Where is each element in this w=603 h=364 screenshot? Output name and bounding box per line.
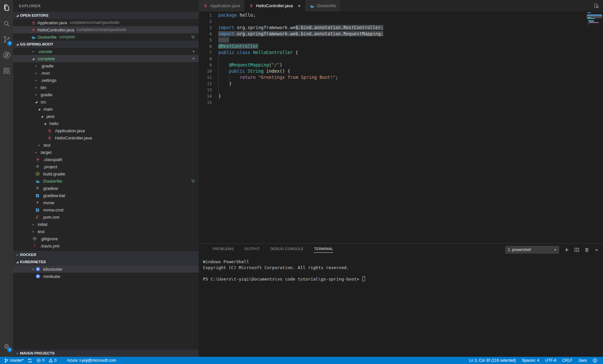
- tree-item-target[interactable]: ▸target: [13, 149, 199, 156]
- tree-item-gradlew[interactable]: gradlew: [13, 185, 199, 192]
- tree-item--mvn[interactable]: ▸.mvn: [13, 69, 199, 77]
- tree-item-src[interactable]: ◢src: [13, 98, 199, 105]
- open-editor-item-application-java[interactable]: Application.javacomplete\src\main\java\h…: [13, 19, 199, 26]
- file-label: mvnw.cmd: [43, 208, 63, 212]
- status-encoding[interactable]: UTF-8: [542, 357, 559, 364]
- minimap-code-bar: [589, 22, 599, 23]
- activity-item-search[interactable]: [0, 16, 13, 31]
- tree-item--vscode[interactable]: ▸.vscode●: [13, 48, 199, 55]
- new-terminal-button[interactable]: [564, 247, 569, 252]
- code-text: package hello;: [218, 12, 256, 18]
- tree-item--project[interactable]: .project: [13, 163, 199, 170]
- status-eol[interactable]: CRLF: [559, 357, 575, 364]
- tree-item--classpath[interactable]: .classpath: [13, 156, 199, 163]
- status-sync[interactable]: [26, 357, 34, 364]
- folder-label: hello: [49, 121, 58, 126]
- tree-item--travis-yml[interactable]: .travis.yml: [13, 242, 199, 249]
- section-header-docker[interactable]: ▸DOCKER: [13, 251, 199, 258]
- tree-item-java[interactable]: ◢java: [13, 113, 199, 120]
- tree-item-build-gradle[interactable]: build.gradle: [13, 170, 199, 177]
- java-file-icon: [47, 128, 52, 133]
- status-label: 0: [42, 358, 45, 363]
- status-indentation[interactable]: Spaces: 4: [519, 357, 542, 364]
- maximize-panel-button[interactable]: [594, 247, 599, 252]
- tree-item-complete[interactable]: ◢complete●: [13, 55, 199, 62]
- editor-tab-dockerfile[interactable]: Dockerfile: [305, 0, 340, 11]
- tree-item-hellocontroller-java[interactable]: HelloController.java: [13, 134, 199, 141]
- folder-label: .vscode: [38, 49, 52, 54]
- tree-item-k8scluster[interactable]: ▸k8scluster: [13, 265, 199, 273]
- tree-item--gradle[interactable]: ▸.gradle: [13, 62, 199, 69]
- status-label: CRLF: [562, 358, 572, 363]
- open-editor-item-hellocontroller-java[interactable]: HelloController.javacomplete\src\main\ja…: [13, 26, 199, 33]
- terminal-line: PS C:\Users\t-yiqi\Documents\vs code tut…: [203, 276, 603, 282]
- chevron-up-icon: [594, 247, 599, 252]
- code-text: import org.springframework.web.bind.anno…: [218, 25, 383, 31]
- editor-tab-application-java[interactable]: Application.java: [199, 0, 244, 11]
- code-text: @RestController: [218, 43, 258, 49]
- status-azure-account[interactable]: Azure: t-yiqi@microsoft.com: [65, 357, 118, 364]
- code-content: 1package hello;23import org.springframew…: [199, 12, 603, 105]
- section-header-maven-projects[interactable]: ▸MAVEN PROJECTS: [13, 350, 199, 357]
- code-editor[interactable]: 1package hello;23import org.springframew…: [199, 11, 603, 243]
- status-label: UTF-8: [545, 358, 556, 363]
- code-line: 12 }: [199, 81, 603, 87]
- activity-item-explorer[interactable]: [0, 0, 13, 16]
- activity-item-source-control[interactable]: 2: [0, 31, 13, 47]
- section-header-gs-spring-boot[interactable]: ◢GS-SPRING-BOOT: [13, 41, 199, 48]
- tree-item-dockerfile[interactable]: DockerfileU: [13, 177, 199, 185]
- tree-item-test[interactable]: ▸test: [13, 228, 199, 235]
- status-errors[interactable]: 0: [34, 357, 46, 364]
- activity-item-debug[interactable]: [0, 47, 13, 63]
- tree-item-application-java[interactable]: Application.java: [13, 127, 199, 134]
- tree-item--settings[interactable]: ▸.settings: [13, 77, 199, 84]
- split-terminal-button[interactable]: [574, 247, 579, 252]
- file-path: complete: [59, 35, 75, 39]
- minimap-code-bar: [587, 15, 602, 16]
- tree-item-bin[interactable]: ▸bin: [13, 84, 199, 91]
- tree-item--gitignore[interactable]: .gitignore: [13, 235, 199, 242]
- terminal-output[interactable]: Windows PowerShellCopyright (C) Microsof…: [199, 256, 603, 282]
- tree-item-gradlew-bat[interactable]: gradlew.bat: [13, 192, 199, 199]
- status-label: Ln 3, Col 30 (116 selected): [469, 358, 516, 363]
- sidebar-pinned-sections: ▸MAVEN PROJECTS: [13, 350, 199, 357]
- panel-tab-output[interactable]: OUTPUT: [244, 247, 260, 253]
- status-warnings[interactable]: 0: [46, 357, 59, 364]
- terminal-selector[interactable]: 1: powershell ▼: [505, 246, 559, 254]
- minimap[interactable]: [587, 12, 603, 27]
- kubernetes-icon: [35, 266, 41, 272]
- tree-item-gradle[interactable]: ▸gradle: [13, 91, 199, 98]
- section-header-label: DOCKER: [20, 253, 36, 257]
- status-label: master*: [10, 358, 24, 363]
- tree-item-main[interactable]: ◢main: [13, 105, 199, 113]
- status-cursor-position[interactable]: Ln 3, Col 30 (116 selected): [466, 357, 519, 364]
- close-tab-icon[interactable]: ×: [298, 3, 301, 9]
- status-git-branch[interactable]: master*: [2, 357, 26, 364]
- panel-tab-problems[interactable]: PROBLEMS: [213, 247, 234, 253]
- tree-item-mvnw-cmd[interactable]: mvnw.cmd: [13, 206, 199, 213]
- minimap-code-bar: [587, 25, 588, 26]
- section-header-open-editors[interactable]: ◢OPEN EDITORS: [13, 12, 199, 19]
- panel-header: PROBLEMSOUTPUTDEBUG CONSOLETERMINAL 1: p…: [199, 244, 603, 256]
- panel-tab-terminal[interactable]: TERMINAL: [314, 247, 333, 253]
- tree-item-mvnw[interactable]: mvnw: [13, 199, 199, 206]
- tree-item-test[interactable]: ▸test: [13, 141, 199, 149]
- status-feedback[interactable]: [590, 357, 600, 364]
- settings-button[interactable]: 1: [0, 339, 13, 354]
- sidebar-rows: ◢OPEN EDITORSApplication.javacomplete\sr…: [13, 12, 199, 280]
- section-header-kubernetes[interactable]: ◢KUBERNETES: [13, 258, 199, 265]
- tree-item-initial[interactable]: ▸initial: [13, 221, 199, 228]
- open-editor-item-dockerfile[interactable]: DockerfilecompleteU: [13, 33, 199, 41]
- chevron-collapsed-icon: ▸: [34, 151, 38, 154]
- panel-tab-debug-console[interactable]: DEBUG CONSOLE: [270, 247, 303, 253]
- file-label: k8scluster: [43, 267, 63, 272]
- status-language-mode[interactable]: Java: [576, 357, 590, 364]
- line-number: 10: [199, 68, 212, 74]
- tree-item-hello[interactable]: ◢hello: [13, 120, 199, 127]
- activity-item-extensions[interactable]: [0, 63, 13, 79]
- kill-terminal-button[interactable]: [584, 247, 589, 252]
- editor-tab-hellocontroller-java[interactable]: HelloController.java×: [245, 0, 305, 11]
- tree-item-minikube[interactable]: minikube: [13, 273, 199, 280]
- tree-item-pom-xml[interactable]: pom.xml: [13, 213, 199, 221]
- editor-actions-icon[interactable]: [594, 3, 599, 9]
